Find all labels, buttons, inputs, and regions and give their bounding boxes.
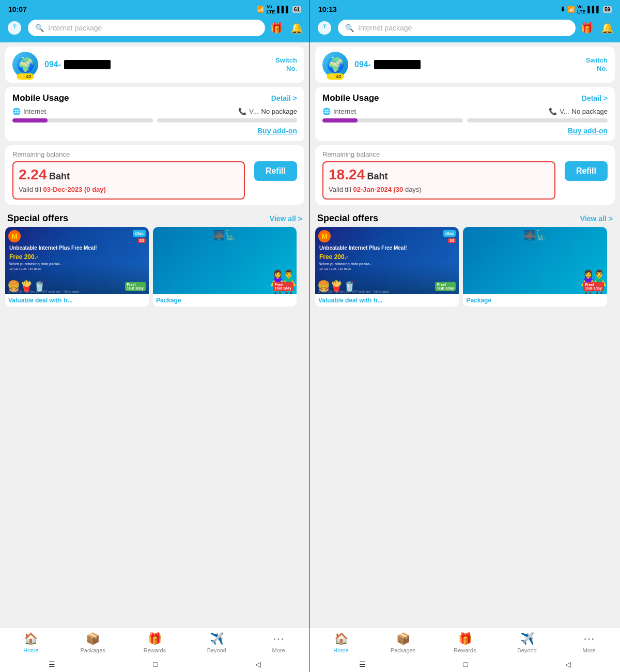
home-icon-left: 🏠: [24, 632, 38, 646]
usage-title-right: Mobile Usage: [322, 93, 379, 103]
download-icon-right: ⬇: [560, 6, 565, 13]
balance-validity-left: Valid till 03-Dec-2023 (0 day): [19, 185, 239, 194]
offer-card-2-right[interactable]: 🌉🗽 👫 Free!1GB 1day Package: [463, 227, 607, 307]
search-bar-right[interactable]: 🔍 Internet package: [338, 20, 576, 36]
header-icons-left: 🎁 🔔: [270, 22, 303, 34]
avatar-left: 🌍 ⭐ 42: [12, 52, 38, 78]
view-all-right[interactable]: View all >: [580, 215, 613, 223]
beyond-icon-left: ✈️: [210, 632, 224, 646]
back-btn-left[interactable]: ◁: [255, 660, 261, 668]
refill-btn-right[interactable]: Refill: [565, 161, 608, 181]
nav-packages-label-right: Packages: [391, 647, 415, 653]
status-icons-left: 📶 VoLTE ▌▌▌ 61: [257, 4, 301, 14]
buy-addon-left[interactable]: Buy add-on: [12, 127, 297, 135]
nav-packages-right[interactable]: 📦 Packages: [372, 632, 434, 653]
dtac-logo-right: dtac: [443, 230, 456, 237]
internet-bar-left: [12, 118, 153, 123]
usage-row-right: 🌐 Internet 📞 V... No package: [322, 108, 608, 115]
balance-amount-left: 2.24: [19, 166, 47, 182]
gift-icon-left[interactable]: 🎁: [270, 22, 283, 34]
phone-number-right: 094-: [354, 60, 580, 69]
offer-title-2-left: Package: [153, 294, 297, 307]
view-all-left[interactable]: View all >: [270, 215, 302, 223]
nav-beyond-label-right: Beyond: [517, 647, 536, 653]
switch-no-right[interactable]: SwitchNo.: [586, 56, 608, 72]
internet-bar-right: [322, 118, 463, 123]
balance-section-left: Remaining balance 2.24 Baht Valid till 0…: [5, 145, 304, 205]
nav-packages-label-left: Packages: [81, 647, 105, 653]
account-card-left[interactable]: 🌍 ⭐ 42 094- SwitchNo.: [5, 47, 304, 83]
nav-more-left[interactable]: ⋯ More: [247, 632, 309, 653]
detail-link-right[interactable]: Detail >: [582, 94, 608, 102]
status-bar-left: 10:07 📶 VoLTE ▌▌▌ 61: [0, 0, 309, 17]
nav-beyond-left[interactable]: ✈️ Beyond: [185, 632, 247, 653]
offer-img-1-right: M dtac 5G Unbeatable Internet Plus Free …: [315, 227, 459, 294]
gift-icon-right[interactable]: 🎁: [581, 22, 594, 34]
balance-unit-right: Baht: [367, 171, 388, 181]
status-bar-right: 10:13 ⬇ 📶 VoLTE ▌▌▌ 59: [310, 0, 620, 17]
voice-bar-right: [467, 118, 608, 123]
search-placeholder-left: Internet package: [48, 24, 102, 32]
bottom-nav-left: 🏠 Home 📦 Packages 🎁 Rewards ✈️ Beyond ⋯ …: [0, 628, 309, 656]
offer-img-2-left: 🌉🗽 👫 Free!1GB 1day: [153, 227, 297, 294]
special-offers-title-left: Special offers: [7, 213, 68, 224]
buy-addon-right[interactable]: Buy add-on: [322, 127, 608, 135]
globe-icon-left: 🌐: [12, 108, 21, 115]
more-icon-left: ⋯: [273, 632, 284, 646]
lte-icon-right: VoLTE: [577, 4, 585, 14]
nav-rewards-right[interactable]: 🎁 Rewards: [434, 632, 496, 653]
nav-rewards-left[interactable]: 🎁 Rewards: [124, 632, 186, 653]
home-icon-right: 🏠: [334, 632, 348, 646]
phone-icon-right: 📞: [549, 108, 557, 115]
status-icons-right: ⬇ 📶 VoLTE ▌▌▌ 59: [560, 4, 612, 14]
packages-icon-left: 📦: [86, 632, 100, 646]
terms-right: 15 May 23 – 31 Dec 23 · VAT excluded · T…: [315, 289, 459, 294]
signal-icon-right: ▌▌▌: [587, 6, 601, 13]
nav-home-right[interactable]: 🏠 Home: [310, 632, 372, 653]
search-bar-left[interactable]: 🔍 Internet package: [28, 20, 265, 36]
home-btn-left[interactable]: □: [153, 660, 157, 668]
packages-icon-right: 📦: [396, 632, 410, 646]
bell-icon-left[interactable]: 🔔: [290, 22, 303, 34]
android-nav-left: ☰ □ ◁: [0, 656, 309, 672]
nav-more-right[interactable]: ⋯ More: [558, 632, 620, 653]
wifi-icon-right: 📶: [567, 6, 575, 13]
switch-no-left[interactable]: SwitchNo.: [275, 56, 297, 72]
balance-validity-right: Valid till 02-Jan-2024 (30 days): [329, 185, 549, 194]
nav-beyond-right[interactable]: ✈️ Beyond: [496, 632, 558, 653]
header-left: ᵀ 🔍 Internet package 🎁 🔔: [0, 17, 309, 42]
nav-packages-left[interactable]: 📦 Packages: [62, 632, 124, 653]
offers-row-left: M dtac 5G Unbeatable Internet Plus Free …: [0, 227, 309, 307]
promo-badge-right: Free!1GB 1day: [583, 282, 603, 291]
redacted-number-left: [64, 60, 111, 69]
detail-link-left[interactable]: Detail >: [271, 94, 297, 102]
signal-icon: ▌▌▌: [277, 6, 290, 13]
nav-home-left[interactable]: 🏠 Home: [0, 632, 62, 653]
nav-home-label-left: Home: [23, 647, 38, 653]
redacted-number-right: [374, 60, 421, 69]
mcd-logo-right: M: [318, 230, 331, 242]
balance-amount-wrap-left: 2.24 Baht: [19, 166, 239, 183]
bell-icon-right[interactable]: 🔔: [601, 22, 614, 34]
offer-title-1-right: Valuable deal with fr...: [315, 294, 459, 307]
menu-btn-left[interactable]: ☰: [49, 660, 55, 668]
account-card-right[interactable]: 🌍 ⭐ 42 094- SwitchNo.: [315, 47, 615, 83]
search-icon-left: 🔍: [35, 24, 44, 32]
back-btn-right[interactable]: ◁: [565, 660, 571, 668]
offer-card-1-left[interactable]: M dtac 5G Unbeatable Internet Plus Free …: [5, 227, 149, 307]
offers-row-right: M dtac 5G Unbeatable Internet Plus Free …: [310, 227, 620, 307]
offer-card-1-right[interactable]: M dtac 5G Unbeatable Internet Plus Free …: [315, 227, 459, 307]
usage-header-right: Mobile Usage Detail >: [322, 93, 608, 103]
home-btn-right[interactable]: □: [463, 660, 468, 668]
battery-right: 59: [603, 6, 612, 13]
promo-badge-left: Free!1GB 1day: [273, 282, 293, 291]
time-right: 10:13: [318, 5, 337, 13]
header-right: ᵀ 🔍 Internet package 🎁 🔔: [310, 17, 620, 42]
search-icon-right: 🔍: [345, 24, 354, 32]
menu-btn-right[interactable]: ☰: [359, 660, 366, 668]
offer-card-2-left[interactable]: 🌉🗽 👫 Free!1GB 1day Package: [153, 227, 297, 307]
5g-logo-right: 5G: [448, 238, 456, 243]
internet-fill-right: [322, 118, 358, 123]
balance-header-left: Remaining balance: [12, 150, 297, 158]
refill-btn-left[interactable]: Refill: [254, 161, 297, 181]
